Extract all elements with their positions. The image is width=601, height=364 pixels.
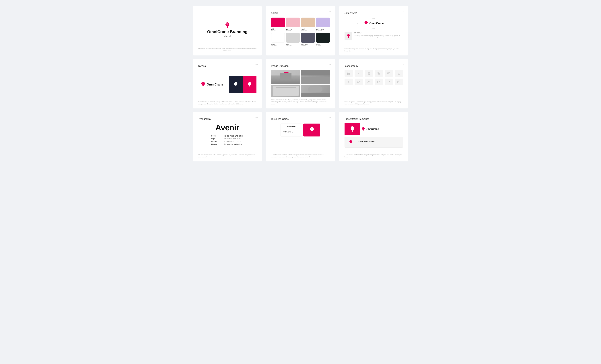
colors-title: Colors <box>271 12 330 14</box>
color-white: White #FFFFFF <box>271 33 285 47</box>
weight-medium-label: Medium <box>211 141 218 143</box>
safety-left-measure: x <box>357 23 358 24</box>
light-pink-label: Light Pink <box>286 28 300 30</box>
symbol-text-light: OmniCrane <box>207 83 223 86</box>
icon-document <box>395 70 403 77</box>
color-light-purple: Light Purple #C8C4EA <box>316 18 330 31</box>
presentation-title: Presentation Template <box>345 118 403 120</box>
color-vanilla: Vanilla #E4C3BA <box>301 18 315 31</box>
image-grid <box>271 70 330 97</box>
icon-image-svg <box>347 72 350 75</box>
color-black: Black #172020 <box>316 33 330 47</box>
icon-settings-svg <box>347 81 350 83</box>
safety-title: Safety Area <box>345 12 403 14</box>
safety-area-card: 07 Safety Area 1/2 x x x OmniCrane 1/2 x <box>339 6 409 56</box>
icon-grid <box>375 70 383 77</box>
pres-light-block <box>345 137 357 148</box>
svg-point-14 <box>390 73 390 73</box>
biz-cards-wrapper: OmniCrane Richard Novak Founder & Creati… <box>280 124 320 136</box>
svg-rect-5 <box>369 73 369 74</box>
clearspace-logo-box: x <box>345 32 352 40</box>
black-hex: #172020 <box>316 45 330 47</box>
svg-rect-7 <box>369 74 369 74</box>
icon-grid <box>345 70 403 85</box>
icon-building-svg <box>367 72 370 75</box>
light-pink-hex: #F5DCAD <box>286 30 300 31</box>
main-grid: OmniCrane Branding Manual This is docume… <box>193 6 409 162</box>
vanilla-label: Vanilla <box>301 28 315 30</box>
light-purple-label: Light Purple <box>316 28 330 30</box>
pres-logo-icon <box>362 127 365 131</box>
biz-company-name: OmniCrane <box>282 125 300 127</box>
biz-contact-info: Richard Novak Founder & Creative Directo… <box>282 131 300 134</box>
clearspace-crane-icon <box>347 34 350 38</box>
clearspace-title: Clearspace <box>354 32 403 34</box>
color-dark-grey: Dark Grey #525365 <box>301 33 315 47</box>
biz-person-name: Richard Novak <box>282 131 300 132</box>
biz-card-crane-icon <box>310 127 314 133</box>
svg-rect-11 <box>379 74 380 74</box>
business-cards-card: 06 Business Cards OmniCrane Richard Nova… <box>266 112 335 162</box>
svg-rect-10 <box>378 74 379 74</box>
clearspace-text: Clearspace A minimum clear space on all … <box>354 32 403 38</box>
cover-card: OmniCrane Branding Manual This is docume… <box>193 6 262 56</box>
iconography-description: Brand recognition boosts sales, grows en… <box>345 101 403 105</box>
pres-slide-top: OmniCrane <box>345 123 403 135</box>
symbol-content: OmniCrane <box>198 71 257 98</box>
safety-note: Use of this safety zone between the logo… <box>345 48 403 52</box>
typography-title: Typography <box>198 118 257 120</box>
icon-chat <box>355 78 363 85</box>
image-direction-title: Image Direction <box>271 65 330 67</box>
cover-description: This is document that explain how a bran… <box>198 48 257 51</box>
svg-point-20 <box>390 81 390 81</box>
icon-box-svg <box>377 81 380 83</box>
color-light-pink: Light Pink #F5DCAD <box>286 18 300 31</box>
weight-book-label: Book <box>211 135 218 137</box>
weight-light-label: Light <box>211 138 218 140</box>
pink-swatch <box>271 18 285 28</box>
icon-settings <box>345 78 353 85</box>
pres-crane-icon <box>350 126 355 132</box>
icon-photo <box>385 70 393 77</box>
pres-slide-bottom: Cover Slide Company 26/11/2020 <box>345 137 403 148</box>
svg-point-19 <box>389 82 389 83</box>
dark-grey-swatch <box>301 33 315 43</box>
pres-pink-block <box>345 123 360 135</box>
typography-card: 03 Typography Avenir Book To be nice and… <box>193 112 262 162</box>
symbol-crane-pink <box>248 82 251 87</box>
img-tablet <box>271 85 300 97</box>
weight-book-sample: To be nice and calm <box>224 135 243 137</box>
pres-cover-block: Cover Slide Company 26/11/2020 <box>357 137 403 148</box>
img-hands-phone <box>271 70 300 84</box>
cover-subtitle: Manual <box>224 35 231 37</box>
symbol-number: 02 <box>256 63 258 66</box>
clearspace-desc: A minimum clear space on all sides of th… <box>354 34 403 38</box>
svg-rect-4 <box>368 73 369 74</box>
image-direction-description: These can include photos of you, your te… <box>271 99 330 105</box>
business-cards-title: Business Cards <box>271 118 330 120</box>
img-person-working <box>301 85 330 97</box>
image-direction-number: 05 <box>329 63 331 66</box>
pink-label: Pink <box>271 28 285 30</box>
biz-card-display: OmniCrane Richard Novak Founder & Creati… <box>271 124 330 136</box>
colors-number: 04 <box>329 10 331 13</box>
pres-white-block: OmniCrane <box>360 123 403 135</box>
typography-content: Avenir Book To be nice and calm Light To… <box>198 123 257 145</box>
safety-crane-icon <box>364 21 368 26</box>
safety-bottom-measure: 1/2 x <box>372 28 375 29</box>
safety-right-measure: x <box>390 23 390 24</box>
color-grey: Grey #D0D1F4 <box>286 33 300 47</box>
presentation-description: A presentation is a PowerPoint design th… <box>345 154 403 158</box>
symbol-crane-dark <box>234 82 238 87</box>
icon-image2 <box>395 78 403 85</box>
symbol-pink-bg <box>243 76 256 93</box>
svg-point-1 <box>348 73 348 73</box>
icon-edit <box>365 78 373 85</box>
safety-number: 07 <box>402 10 404 13</box>
biz-person-title: Founder & Creative Director <box>282 132 300 134</box>
img-restaurant <box>301 70 330 84</box>
safety-logo-container: 1/2 x x x OmniCrane 1/2 x <box>356 17 391 29</box>
vanilla-hex: #E4C3BA <box>301 30 315 31</box>
symbol-card: 02 Symbol OmniCrane <box>193 59 262 108</box>
icon-person-svg <box>357 72 360 75</box>
